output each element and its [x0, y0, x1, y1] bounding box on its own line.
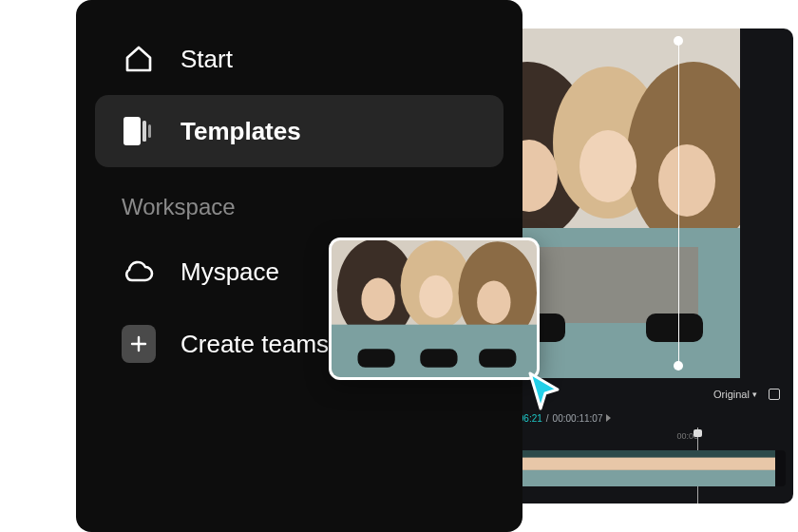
svg-point-11: [658, 144, 715, 217]
svg-rect-29: [479, 349, 516, 368]
sidebar-item-label: Myspace: [180, 257, 279, 287]
timecode-total: 00:00:11:07: [553, 413, 603, 424]
selection-handle-tr[interactable]: [674, 36, 683, 46]
cursor-icon: [526, 370, 564, 412]
sidebar-item-templates[interactable]: Templates: [95, 95, 504, 167]
svg-point-25: [477, 281, 510, 324]
aspect-ratio-dropdown[interactable]: Original ▾: [713, 389, 757, 400]
sidebar-item-label: Templates: [180, 117, 301, 146]
svg-point-23: [361, 278, 394, 321]
templates-icon: [122, 114, 156, 148]
home-icon: [122, 42, 156, 76]
svg-point-10: [580, 130, 636, 202]
chevron-down-icon: ▾: [752, 390, 757, 399]
clip-thumbnail-image: [332, 240, 537, 377]
fullscreen-icon[interactable]: [769, 389, 780, 400]
svg-rect-27: [357, 349, 394, 368]
svg-rect-1: [142, 121, 146, 142]
svg-rect-2: [148, 124, 151, 138]
svg-rect-15: [646, 314, 703, 342]
svg-rect-28: [420, 349, 457, 368]
dragging-clip-thumbnail[interactable]: [329, 238, 540, 380]
cloud-icon: [122, 255, 156, 289]
timecode-separator: /: [546, 413, 549, 424]
next-frame-button[interactable]: [606, 414, 611, 422]
aspect-ratio-label: Original: [713, 389, 750, 400]
selection-handle-br[interactable]: [674, 361, 683, 370]
sidebar-item-label: Start: [180, 45, 233, 74]
svg-rect-0: [124, 117, 141, 145]
svg-point-24: [419, 276, 452, 318]
plus-icon: [122, 327, 156, 361]
selection-edge[interactable]: [678, 36, 679, 370]
sidebar-item-start[interactable]: Start: [95, 23, 504, 95]
timeline-track[interactable]: [478, 450, 786, 486]
sidebar-section-workspace: Workspace: [95, 167, 504, 236]
